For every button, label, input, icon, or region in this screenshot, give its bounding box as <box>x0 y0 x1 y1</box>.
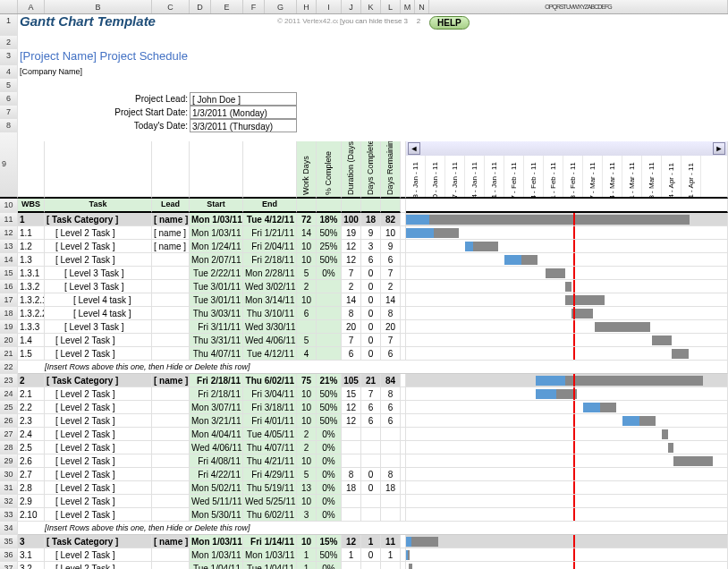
cell[interactable] <box>381 508 401 522</box>
cell[interactable]: 5 <box>297 267 317 280</box>
cell[interactable]: 10 <box>297 240 317 253</box>
cell[interactable]: 2.7 <box>18 468 45 481</box>
cell[interactable]: 1.3 <box>18 253 45 267</box>
cell[interactable]: Fri 4/22/11 <box>190 468 243 481</box>
cell[interactable]: 5 <box>297 334 317 347</box>
cell[interactable]: 21% <box>317 374 342 387</box>
cell[interactable]: 1 <box>361 535 381 548</box>
cell[interactable]: Wed 5/11/11 <box>190 495 243 508</box>
row-number[interactable]: 18 <box>0 307 18 320</box>
cell[interactable] <box>342 454 361 468</box>
row-number[interactable]: 12 <box>0 226 18 240</box>
row-number[interactable]: 7 <box>0 106 18 119</box>
cell[interactable]: 0 <box>361 468 381 481</box>
cell[interactable]: [ Level 3 Task ] <box>45 320 152 334</box>
cell[interactable]: Mon 4/04/11 <box>190 428 243 441</box>
cell[interactable]: 2 <box>342 280 361 293</box>
cell[interactable]: Thu 6/02/11 <box>243 508 297 522</box>
cell[interactable]: 18 <box>361 213 381 226</box>
row-number[interactable]: 32 <box>0 495 18 508</box>
cell[interactable]: Mon 1/03/11 <box>190 226 243 240</box>
row-number[interactable]: 26 <box>0 414 18 428</box>
cell[interactable]: 0% <box>317 454 342 468</box>
cell[interactable]: 10 <box>297 387 317 401</box>
cell[interactable] <box>152 253 190 267</box>
cell[interactable]: Fri 3/11/11 <box>190 320 243 334</box>
cell[interactable]: 6 <box>381 253 401 267</box>
row-number[interactable]: 9 <box>0 132 18 199</box>
table-row[interactable]: 262.3[ Level 2 Task ]Mon 3/21/11Fri 4/01… <box>0 414 728 428</box>
cell[interactable] <box>317 307 342 320</box>
cell[interactable] <box>317 293 342 307</box>
cell[interactable]: 10 <box>297 495 317 508</box>
cell[interactable]: [ Level 2 Task ] <box>45 401 152 414</box>
cell[interactable]: 2 <box>381 280 401 293</box>
cell[interactable]: 2.1 <box>18 387 45 401</box>
table-row[interactable]: 141.3[ Level 2 Task ]Mon 2/07/11Fri 2/18… <box>0 253 728 267</box>
cell[interactable]: [ Level 2 Task ] <box>45 495 152 508</box>
cell[interactable]: Mon 2/07/11 <box>190 253 243 267</box>
cell[interactable] <box>152 280 190 293</box>
table-row[interactable]: 272.4[ Level 2 Task ]Mon 4/04/11Tue 4/05… <box>0 428 728 441</box>
scroll-left-button[interactable]: ◄ <box>408 142 420 155</box>
table-row[interactable]: 111[ Task Category ][ name ]Mon 1/03/11T… <box>0 213 728 226</box>
cell[interactable]: [ Level 3 Task ] <box>45 267 152 280</box>
cell[interactable]: 1 <box>381 548 401 562</box>
cell[interactable]: Mon 3/14/11 <box>243 293 297 307</box>
cell[interactable]: Tue 1/04/11 <box>243 562 297 569</box>
table-row[interactable]: 151.3.1[ Level 3 Task ]Tue 2/22/11Mon 2/… <box>0 267 728 280</box>
cell[interactable]: 12 <box>342 240 361 253</box>
cell[interactable] <box>342 428 361 441</box>
cell[interactable]: Mon 1/24/11 <box>190 240 243 253</box>
cell[interactable]: 0 <box>361 280 381 293</box>
cell[interactable]: [ name ] <box>152 374 190 387</box>
cell[interactable]: 7 <box>381 267 401 280</box>
cell[interactable]: Fri 2/04/11 <box>243 240 297 253</box>
cell[interactable]: [ Level 2 Task ] <box>45 414 152 428</box>
table-row[interactable]: 252.2[ Level 2 Task ]Mon 3/07/11Fri 3/18… <box>0 401 728 414</box>
cell[interactable]: 75 <box>297 374 317 387</box>
cell[interactable]: Thu 4/07/11 <box>243 441 297 454</box>
cell[interactable] <box>361 441 381 454</box>
row-number[interactable]: 27 <box>0 428 18 441</box>
cell[interactable]: Fri 3/18/11 <box>243 401 297 414</box>
row-number[interactable]: 21 <box>0 347 18 361</box>
cell[interactable] <box>152 441 190 454</box>
cell[interactable]: 50% <box>317 414 342 428</box>
row-number[interactable]: 24 <box>0 387 18 401</box>
cell[interactable] <box>152 562 190 569</box>
cell[interactable]: Fri 4/08/11 <box>190 454 243 468</box>
cell[interactable]: 1.4 <box>18 334 45 347</box>
cell[interactable]: 9 <box>361 226 381 240</box>
row-number[interactable]: 36 <box>0 548 18 562</box>
cell[interactable] <box>152 320 190 334</box>
cell[interactable]: 18 <box>342 481 361 495</box>
row-number[interactable]: 19 <box>0 320 18 334</box>
table-row[interactable]: 302.7[ Level 2 Task ]Fri 4/22/11Fri 4/29… <box>0 468 728 481</box>
cell[interactable]: 8 <box>381 307 401 320</box>
table-row[interactable]: 201.4[ Level 2 Task ]Thu 3/31/11Wed 4/06… <box>0 334 728 347</box>
cell[interactable]: Fri 1/14/11 <box>243 535 297 548</box>
table-row[interactable]: 332.10[ Level 2 Task ]Mon 5/30/11Thu 6/0… <box>0 508 728 522</box>
cell[interactable]: 0% <box>317 495 342 508</box>
row-number[interactable]: 17 <box>0 293 18 307</box>
cell[interactable]: 4 <box>297 347 317 361</box>
cell[interactable] <box>152 414 190 428</box>
cell[interactable]: 12 <box>342 401 361 414</box>
table-row[interactable]: 211.5[ Level 2 Task ]Thu 4/07/11Tue 4/12… <box>0 347 728 361</box>
cell[interactable]: [ Level 2 Task ] <box>45 508 152 522</box>
cell[interactable]: [ Level 2 Task ] <box>45 548 152 562</box>
cell[interactable]: [ Task Category ] <box>45 535 152 548</box>
cell[interactable]: 100 <box>342 213 361 226</box>
cell[interactable]: [ Level 2 Task ] <box>45 481 152 495</box>
row-number[interactable]: 37 <box>0 562 18 569</box>
cell[interactable]: [ name ] <box>152 226 190 240</box>
cell[interactable]: 2.5 <box>18 441 45 454</box>
cell[interactable]: 18 <box>381 481 401 495</box>
cell[interactable] <box>342 508 361 522</box>
cell[interactable]: 12 <box>342 414 361 428</box>
cell[interactable] <box>152 548 190 562</box>
cell[interactable]: 0% <box>317 468 342 481</box>
cell[interactable]: Mon 3/07/11 <box>190 401 243 414</box>
cell[interactable]: Mon 5/30/11 <box>190 508 243 522</box>
